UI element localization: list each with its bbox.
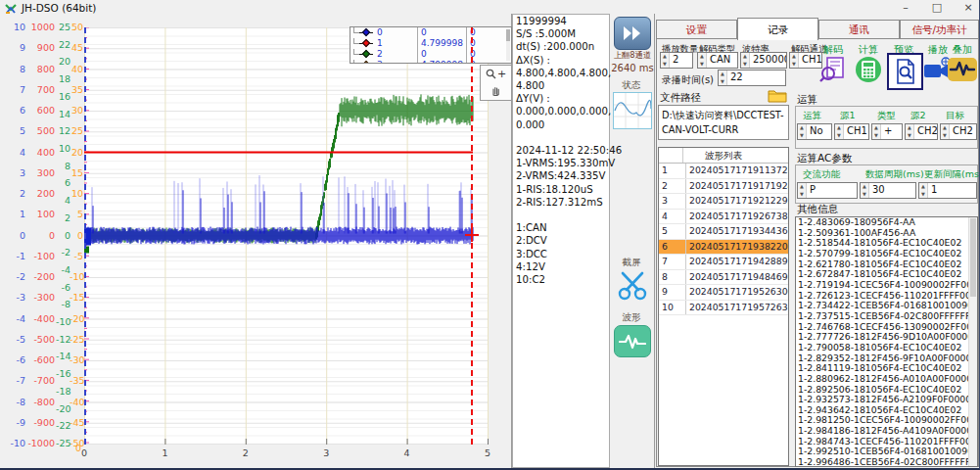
- file-list-row[interactable]: 72024051717194288952.j: [659, 255, 788, 270]
- cursor-cross-v: [471, 228, 473, 242]
- decode-button[interactable]: [817, 53, 849, 86]
- minimize-button[interactable]: –: [891, 0, 920, 17]
- calc-source1-spinner[interactable]: ▲▼CH1: [834, 123, 869, 140]
- waveform-label: 波形: [610, 311, 653, 324]
- file-list-row[interactable]: 12024051717191137221.j: [659, 164, 788, 179]
- spinner-arrows[interactable]: ▲▼: [719, 70, 727, 85]
- calc-target-spinner[interactable]: ▲▼CH2: [940, 123, 977, 140]
- divider: [654, 14, 655, 468]
- tab-settings[interactable]: 设置: [656, 20, 737, 39]
- screenshot-button[interactable]: [617, 270, 648, 306]
- overlay-button[interactable]: [946, 53, 978, 86]
- spinner-arrows[interactable]: ▲▼: [661, 53, 670, 68]
- fast-forward-button[interactable]: [614, 17, 651, 50]
- spinner-arrows[interactable]: ▲▼: [835, 124, 844, 139]
- measurement-line: 2024-11-12 22:50:46: [513, 144, 609, 157]
- spinner-arrows[interactable]: ▲▼: [698, 53, 707, 68]
- file-list-row[interactable]: 62024051717193822080.j: [659, 240, 788, 256]
- other-info-row[interactable]: 1-2.737515-1CEB56F4-02C800FFFFFFFFFF: [796, 311, 977, 322]
- calculate-button[interactable]: [852, 53, 884, 86]
- file-row-number: 4: [659, 210, 686, 224]
- cursor-x1-line[interactable]: [84, 27, 86, 445]
- axis-tick-label: 40: [70, 65, 83, 74]
- maximize-button[interactable]: □: [922, 0, 952, 17]
- axis-tick-label: -22: [56, 421, 70, 431]
- file-list-row[interactable]: 92024051717195263064.j: [659, 285, 788, 301]
- other-info-row[interactable]: 1-2.880962-1812F456-A010A00F0000FD: [796, 374, 977, 385]
- calc-op-label: 运算: [803, 110, 821, 122]
- calc-op-spinner[interactable]: ▲▼No: [797, 123, 832, 140]
- waveform-file-list[interactable]: 波形列表 12024051717191137221.j2202405171719…: [658, 147, 789, 466]
- channel-legend[interactable]: 00014.799998020034.7999980: [350, 26, 512, 64]
- oscilloscope-plot[interactable]: [84, 27, 489, 445]
- tab-comm[interactable]: 通讯: [818, 20, 900, 39]
- pan-tool[interactable]: [481, 82, 511, 99]
- spinner-arrows[interactable]: ▲▼: [919, 183, 928, 198]
- spinner-arrows[interactable]: ▲▼: [741, 53, 750, 68]
- spinner-arrows[interactable]: ▲▼: [790, 53, 799, 68]
- axis-tick-label: -40: [70, 398, 83, 407]
- axis-tick-label: -6: [2, 355, 25, 365]
- ac-update-interval-spinner[interactable]: ▲▼1: [918, 182, 977, 199]
- close-button[interactable]: ×: [954, 0, 980, 17]
- record-time-spinner[interactable]: ▲▼ 22: [718, 70, 786, 86]
- file-list-row[interactable]: 22024051717191719245.j: [659, 179, 788, 195]
- calc-source2-spinner[interactable]: ▲▼CH2: [905, 123, 938, 140]
- axis-tick-label: -7: [2, 376, 25, 386]
- playback-count-spinner[interactable]: ▲▼2: [660, 52, 693, 69]
- legend-row[interactable]: 000: [350, 27, 511, 38]
- axis-tick-label: -700: [27, 376, 55, 386]
- axis-tick-label: -10: [56, 317, 70, 327]
- file-list-row[interactable]: 32024051717192122920.j: [659, 194, 788, 210]
- axis-tick-label: -10: [2, 439, 25, 448]
- file-list-row[interactable]: 82024051717194846983.j: [659, 270, 788, 286]
- spinner-arrows[interactable]: ▲▼: [861, 183, 869, 198]
- tab-record[interactable]: 记录: [737, 18, 818, 40]
- measurement-line: dt(S) :200.000n: [513, 40, 609, 53]
- legend-row[interactable]: 34.7999980: [350, 60, 511, 64]
- other-info-row[interactable]: 1-2.719194-1CEC56F4-10090002FF001100: [796, 280, 977, 291]
- x-axis-tick-label: 1: [162, 447, 167, 458]
- axis-tick-label: 14: [56, 110, 70, 119]
- status-thumbnail[interactable]: [613, 92, 652, 129]
- page-up-channels-label[interactable]: 上翻8通道: [609, 50, 656, 61]
- ac-function-spinner[interactable]: ▲▼P: [797, 182, 858, 199]
- spinner-arrows[interactable]: ▲▼: [798, 124, 807, 139]
- x-axis-tick-label: 4: [404, 447, 410, 458]
- scissors-icon: [617, 270, 648, 302]
- file-path-input[interactable]: D:\快速访问资料\DCCTEST-CAN-VOLT-CURR: [658, 105, 789, 140]
- axis-tick-label: 1000: [27, 23, 55, 32]
- other-info-row[interactable]: 1-2.790058-181056F4-EC10C40E02: [796, 343, 977, 353]
- legend-row[interactable]: 14.7999980: [350, 38, 511, 49]
- axis-tick-label: -18: [56, 387, 70, 397]
- legend-row[interactable]: 200: [350, 49, 511, 60]
- file-row-name: 2024051717194846983.j: [686, 270, 788, 285]
- axis-tick-label: 18: [56, 74, 70, 84]
- other-info-list[interactable]: 1-2.483069-180956F4-AA1-2.509361-100AF45…: [795, 216, 978, 467]
- tab-signal-power[interactable]: 信号/功率计: [900, 20, 979, 39]
- spinner-arrows[interactable]: ▲▼: [941, 124, 950, 139]
- spinner-arrows[interactable]: ▲▼: [872, 124, 881, 139]
- other-info-scrollbar[interactable]: [968, 217, 977, 466]
- preview-button[interactable]: [887, 53, 923, 90]
- legend-tree-connector: [353, 60, 359, 64]
- calc-type-spinner[interactable]: ▲▼+: [871, 123, 903, 140]
- x-axis-tick-label: 0: [81, 447, 87, 458]
- file-list-row[interactable]: 42024051717192673812.j: [659, 210, 788, 225]
- other-info-row[interactable]: 1-2.996486-1CEB56F4-02C800FFFFFFFFFF: [796, 457, 977, 467]
- axis-tick-label: -500: [27, 335, 55, 345]
- file-list-row[interactable]: 102024051717195726315.j: [659, 301, 788, 316]
- axis-tick-label: 0: [2, 231, 25, 241]
- file-list-row[interactable]: 52024051717193443672.j: [659, 224, 788, 240]
- waveform-button[interactable]: [614, 325, 651, 357]
- spinner-arrows[interactable]: ▲▼: [906, 124, 914, 139]
- legend-scrollbar[interactable]: [506, 29, 510, 61]
- decode-type-spinner[interactable]: ▲▼CAN: [697, 52, 738, 69]
- zoom-in-tool[interactable]: +: [481, 66, 511, 82]
- file-row-number: 2: [659, 179, 686, 194]
- axis-tick-label: -1000: [27, 439, 55, 448]
- baud-rate-spinner[interactable]: ▲▼250000: [740, 52, 787, 69]
- ac-data-period-spinner[interactable]: ▲▼30: [860, 182, 916, 199]
- axis-tick-label: 9: [2, 43, 25, 53]
- spinner-arrows[interactable]: ▲▼: [798, 183, 807, 198]
